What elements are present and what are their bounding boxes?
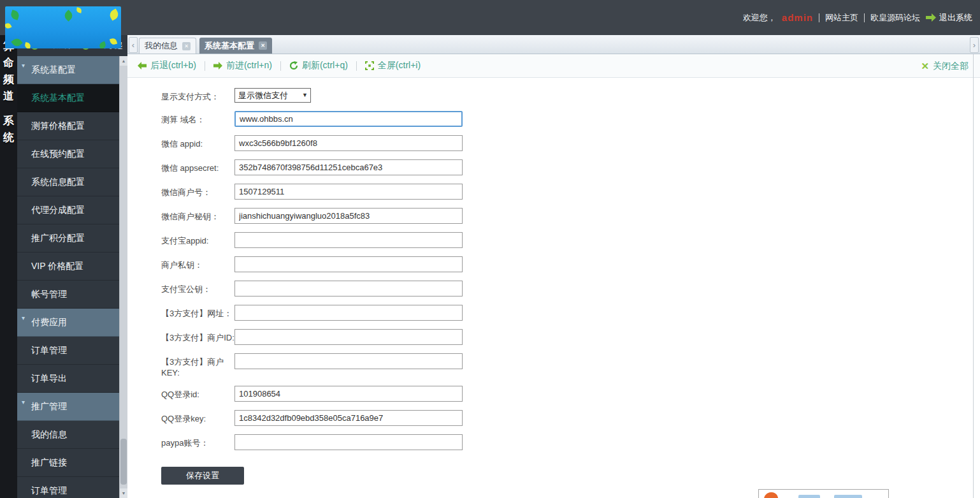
sidebar-item-order-management-2[interactable]: 订单管理 (17, 477, 119, 498)
field-label: 微信 appid: (161, 135, 234, 150)
chevron-down-icon: ▾ (22, 314, 25, 321)
tab-my-info[interactable]: 我的信息 ✕ (139, 38, 196, 54)
tab-system-basic-config[interactable]: 系统基本配置 ✕ (199, 38, 272, 54)
scrollbar-thumb[interactable] (120, 439, 127, 485)
divider (819, 13, 819, 22)
refresh-button[interactable]: 刷新(ctrl+q) (289, 60, 348, 71)
scroll-up-icon[interactable]: ▲ (120, 56, 127, 66)
channel-strip: 算命频道 系统 (0, 35, 17, 498)
thirdpay-merchant-key-field[interactable] (234, 353, 463, 369)
field-label: 微信商户号： (161, 184, 234, 198)
field-label: 测算 域名： (161, 111, 234, 126)
tab-bar: ‹ 我的信息 ✕ 系统基本配置 ✕ › (127, 35, 980, 54)
leaf-icon (10, 10, 20, 20)
content-right-border (973, 54, 974, 498)
site-home-link[interactable]: 网站主页 (825, 12, 858, 24)
field-label: 微信 appsecret: (161, 159, 234, 174)
wechat-appid-field[interactable] (234, 135, 463, 151)
sidebar-item-agent-share-config[interactable]: 代理分成配置 (17, 196, 119, 224)
field-label: 【3方支付】商户ID: (161, 329, 234, 344)
paypal-account-field[interactable] (234, 434, 463, 450)
form-row-3rdpay-merchant-key: 【3方支付】商户KEY: (161, 353, 980, 377)
qq-login-id-field[interactable] (234, 386, 463, 402)
close-icon: ✕ (921, 61, 929, 72)
leaf-icon (24, 42, 31, 48)
sidebar-group-system-config[interactable]: ▾ 系统基配置 (17, 56, 119, 84)
wechat-merchant-id-field[interactable] (234, 184, 463, 200)
tab-scroll-right-icon[interactable]: › (970, 37, 979, 53)
chevron-down-icon: ▼ (302, 92, 308, 98)
sidebar-scrollbar[interactable]: ▲ ▼ (119, 56, 127, 498)
form-row-3rdpay-url: 【3方支付】网址： (161, 305, 980, 321)
form-row-qq-login-id: QQ登录id: (161, 386, 980, 402)
sidebar: + 全部展开 − 全部收起 ▾ 系统基配置 系统基本配置 测算价格配置 在线预约… (17, 35, 127, 498)
sidebar-item-booking-config[interactable]: 在线预约配置 (17, 140, 119, 168)
form-row-merchant-private-key: 商户私钥： (161, 256, 980, 272)
sidebar-group-paid-apps[interactable]: ▾ 付费应用 (17, 309, 119, 337)
back-arrow-icon (138, 62, 147, 70)
sidebar-item-my-info[interactable]: 我的信息 (17, 421, 119, 449)
close-icon[interactable]: ✕ (259, 41, 267, 50)
sidebar-item-account-management[interactable]: 帐号管理 (17, 281, 119, 309)
form-row-wechat-appsecret: 微信 appsecret: (161, 159, 980, 175)
thirdpay-url-field[interactable] (234, 305, 463, 321)
fullscreen-button[interactable]: 全屏(ctrl+i) (365, 60, 421, 71)
topbar-user-area: 欢迎您， admin 网站主页 欧皇源码论坛 退出系统 (743, 0, 972, 35)
payment-method-select[interactable]: 显示微信支付 ▼ (234, 88, 311, 103)
welcome-text: 欢迎您， (743, 12, 776, 24)
refresh-icon (289, 61, 298, 70)
field-label: 【3方支付】商户KEY: (161, 353, 234, 377)
sidebar-item-promo-links[interactable]: 推广链接 (17, 449, 119, 477)
close-icon[interactable]: ✕ (182, 42, 191, 50)
leaf-icon (5, 22, 12, 29)
divider (280, 61, 281, 71)
sidebar-item-system-info-config[interactable]: 系统信息配置 (17, 168, 119, 196)
forum-link[interactable]: 欧皇源码论坛 (870, 12, 920, 24)
sidebar-group-promo-management[interactable]: ▾ 推广管理 (17, 393, 119, 421)
tab-scroll-left-icon[interactable]: ‹ (129, 37, 138, 53)
field-label: 显示支付方式： (161, 88, 234, 103)
field-label: 商户私钥： (161, 256, 234, 271)
divider (356, 61, 357, 71)
field-label: 【3方支付】网址： (161, 305, 234, 319)
partner-logo-text (834, 495, 862, 498)
thirdpay-merchant-id-field[interactable] (234, 329, 463, 345)
divider (864, 13, 865, 22)
merchant-private-key-field[interactable] (234, 256, 463, 272)
form-row-3rdpay-merchant-id: 【3方支付】商户ID: (161, 329, 980, 345)
form-row-wechat-appid: 微信 appid: (161, 135, 980, 151)
form-row-alipay-appid: 支付宝appid: (161, 232, 980, 248)
form-row-domain: 测算 域名： (161, 111, 980, 127)
logout-button[interactable]: 退出系统 (926, 12, 972, 24)
alipay-public-key-field[interactable] (234, 281, 463, 297)
form-row-qq-login-key: QQ登录key: (161, 410, 980, 426)
field-label: 支付宝appid: (161, 232, 234, 247)
sidebar-item-vip-price-config[interactable]: VIP 价格配置 (17, 253, 119, 281)
sidebar-item-promo-points-config[interactable]: 推广积分配置 (17, 224, 119, 253)
username: admin (782, 12, 813, 23)
divider (205, 61, 205, 71)
form-row-wechat-merchant-id: 微信商户号： (161, 184, 980, 200)
wechat-merchant-key-field[interactable] (234, 208, 463, 224)
field-label: paypa账号： (161, 434, 234, 449)
domain-field[interactable] (234, 111, 463, 127)
sidebar-item-order-export[interactable]: 订单导出 (17, 365, 119, 393)
sidebar-item-order-management[interactable]: 订单管理 (17, 337, 119, 365)
chevron-down-icon: ▾ (22, 399, 25, 406)
back-button[interactable]: 后退(ctrl+b) (138, 60, 196, 71)
sidebar-menu: ▾ 系统基配置 系统基本配置 测算价格配置 在线预约配置 系统信息配置 代理分成… (17, 56, 119, 498)
field-label: QQ登录id: (161, 386, 234, 400)
sidebar-item-system-basic-config[interactable]: 系统基本配置 (17, 84, 119, 112)
partner-logo (758, 489, 889, 498)
forward-arrow-icon (213, 62, 222, 70)
close-all-button[interactable]: ✕ 关闭全部 (921, 54, 969, 78)
alipay-appid-field[interactable] (234, 232, 463, 248)
scroll-down-icon[interactable]: ▼ (120, 488, 127, 498)
sidebar-item-price-config[interactable]: 测算价格配置 (17, 112, 119, 140)
leaf-icon (76, 7, 82, 13)
qq-login-key-field[interactable] (234, 410, 463, 426)
wechat-appsecret-field[interactable] (234, 159, 463, 175)
forward-button[interactable]: 前进(ctrl+n) (213, 60, 272, 71)
save-settings-button[interactable]: 保存设置 (161, 467, 244, 485)
fullscreen-icon (365, 61, 374, 70)
